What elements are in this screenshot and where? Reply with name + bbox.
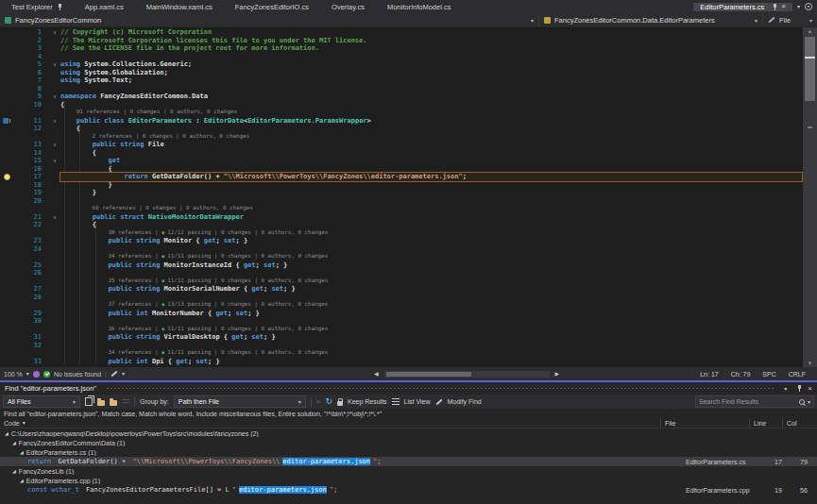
code-line[interactable]: 14 { <box>0 149 803 158</box>
group-by-dropdown[interactable]: Path then File ▾ <box>174 395 306 408</box>
codelens-row[interactable]: 36 references | ● 11/11 passing | 0 chan… <box>0 326 803 334</box>
tree-expand-icon[interactable]: ◢ <box>12 469 16 474</box>
find-group-row[interactable]: ◢C:\Users\zhaopengwang\Desktop\powertoys… <box>0 428 817 438</box>
search-input[interactable] <box>699 398 796 405</box>
fold-arrow-icon[interactable]: ∨ <box>49 28 60 37</box>
issues-status[interactable]: No issues found <box>54 371 101 378</box>
pin-icon[interactable] <box>796 385 802 392</box>
search-find-results-box[interactable]: ▾ <box>695 395 814 408</box>
code-line[interactable]: 32 <box>0 342 803 350</box>
code-line[interactable]: 25 public string MonitorInstanceId { get… <box>0 261 803 270</box>
code-line[interactable]: 5∨using System.Collections.Generic; <box>0 60 803 69</box>
modify-find-icon[interactable] <box>435 398 442 405</box>
chevron-down-icon[interactable]: ▾ <box>808 399 810 405</box>
tree-expand-icon[interactable]: ◢ <box>20 479 24 483</box>
find-result-row[interactable]: return GetDataFolder() + "\\Microsoft\\P… <box>0 457 817 466</box>
vertical-scrollbar[interactable]: ▲ ▼ <box>803 27 817 367</box>
code-line[interactable]: !11∨ public class EditorParameters : Edi… <box>0 117 803 126</box>
codelens-row[interactable]: 2 references | 0 changes | 0 authors, 0 … <box>0 133 803 142</box>
list-view-icon[interactable] <box>392 398 400 405</box>
code-line[interactable]: 1∨// Copyright (c) Microsoft Corporation <box>0 28 803 37</box>
tab-editorparameters-cs[interactable]: EditorParameters.cs × <box>693 3 792 11</box>
copy-icon[interactable] <box>85 397 93 406</box>
code-line[interactable]: 23 public string Monitor { get; set; } <box>0 237 803 245</box>
column-code[interactable]: Code ▾ <box>0 418 660 428</box>
lock-icon[interactable] <box>337 401 343 406</box>
chevron-down-icon[interactable]: ▾ <box>26 371 29 377</box>
codelens-row[interactable]: 38 references | ● 12/12 passing | 0 chan… <box>0 229 803 238</box>
modify-find-button[interactable]: Modify Find <box>448 398 482 405</box>
close-icon[interactable]: × <box>781 3 786 10</box>
code-line[interactable]: 29 public int MonitorNumber { get; set; … <box>0 310 803 318</box>
code-line[interactable]: 21∨ public struct NativeMonitorDataWrapp… <box>0 213 803 222</box>
code-line[interactable]: 22 { <box>0 221 803 229</box>
filter-icon[interactable] <box>122 399 129 405</box>
code-line[interactable]: 19 } <box>0 189 803 197</box>
codelens-text[interactable]: 34 references | <box>108 253 162 259</box>
codelens-row[interactable]: 60 references | 0 changes | 0 authors, 0… <box>0 205 803 213</box>
code-line[interactable]: 16 { <box>0 165 803 174</box>
code-line[interactable]: 24 <box>0 245 803 254</box>
fold-arrow-icon[interactable]: ∨ <box>49 141 60 149</box>
code-line[interactable]: 4 <box>0 53 803 61</box>
code-line[interactable]: 31 public string VirtualDesktop { get; s… <box>0 333 803 342</box>
tab-app-xaml-cs[interactable]: App.xaml.cs <box>74 0 135 13</box>
keep-results-button[interactable]: Keep Results <box>348 398 387 405</box>
close-icon[interactable]: × <box>808 385 812 393</box>
code-line[interactable]: 7using System.Text; <box>0 76 803 85</box>
codelens-text[interactable]: 11/11 passing | 0 changes | 0 authors, 0… <box>167 253 328 259</box>
codelens-row[interactable]: 34 references | ● 11/11 passing | 0 chan… <box>0 253 803 261</box>
codelens-text[interactable]: 11/11 passing | 0 changes | 0 authors, 0… <box>167 349 328 355</box>
codelens-text[interactable]: 37 references | <box>108 301 162 307</box>
fold-arrow-icon[interactable]: ∨ <box>49 157 60 165</box>
tab-overlay-cs[interactable]: Overlay.cs <box>320 0 376 13</box>
codelens-row[interactable]: 34 references | ● 11/11 passing | 0 chan… <box>0 349 803 358</box>
code-line[interactable]: 17 return GetDataFolder() + "\\Microsoft… <box>0 173 803 181</box>
gear-icon[interactable] <box>805 3 812 10</box>
purple-status-icon[interactable] <box>33 371 40 378</box>
codelens-text[interactable]: 11/11 passing | 0 changes | 0 authors, 0… <box>167 326 328 331</box>
tab-monitorinfomodel-cs[interactable]: MonitorInfoModel.cs <box>376 0 463 13</box>
fold-arrow-icon[interactable]: ∨ <box>49 60 60 69</box>
eol-indicator[interactable]: CRLF <box>789 371 806 378</box>
tab-mainwindow-xaml-cs[interactable]: MainWindow.xaml.cs <box>135 0 224 13</box>
codelens-text[interactable]: 60 references | 0 changes | 0 authors, 0… <box>93 205 253 210</box>
codelens-text[interactable]: 34 references | <box>108 349 162 355</box>
fold-arrow-icon[interactable]: ∨ <box>49 213 60 222</box>
codelens-text[interactable]: 13/13 passing | 0 changes | 0 authors, 0… <box>167 301 328 307</box>
code-line[interactable]: 10{ <box>0 101 803 109</box>
codelens-row[interactable]: 37 references | ● 13/13 passing | 0 chan… <box>0 301 803 310</box>
column-file[interactable]: File <box>660 418 749 428</box>
find-group-row[interactable]: ◢FancyZonesLib (1) <box>0 466 817 476</box>
scroll-up-icon[interactable]: ▲ <box>803 27 817 35</box>
code-line[interactable]: 2// The Microsoft Corporation licenses t… <box>0 37 803 45</box>
scrollbar-thumb[interactable] <box>386 372 471 377</box>
list-view-button[interactable]: List View <box>404 398 431 405</box>
clear-results-icon[interactable]: × <box>316 398 321 406</box>
code-line[interactable]: 33 public int Dpi { get; set; } <box>0 358 803 366</box>
member-dropdown[interactable]: File ▾ <box>763 13 817 26</box>
find-group-row[interactable]: ◢EditorParameters.cs (1) <box>0 447 817 457</box>
chevron-down-icon[interactable]: ▾ <box>122 371 125 377</box>
health-check-icon[interactable] <box>43 371 50 378</box>
code-line[interactable]: 15∨ get <box>0 157 803 165</box>
codelens-text[interactable]: 35 references | <box>108 277 162 283</box>
window-menu-icon[interactable]: ▾ <box>784 386 787 392</box>
tree-expand-icon[interactable]: ◢ <box>20 450 24 455</box>
refresh-icon[interactable]: ↻ <box>325 397 332 406</box>
codelens-text[interactable]: 12/12 passing | 0 changes | 0 authors, 0… <box>167 229 328 235</box>
scrollbar-thumb[interactable] <box>805 37 815 101</box>
pin-icon[interactable] <box>772 4 777 10</box>
code-line[interactable]: 30 <box>0 317 803 326</box>
search-icon[interactable] <box>799 399 805 405</box>
scroll-left-icon[interactable]: ◀ <box>374 371 379 377</box>
codelens-text[interactable]: 91 references | 0 changes | 0 authors, 0… <box>77 109 237 114</box>
code-line[interactable]: 26 <box>0 269 803 277</box>
column-line[interactable]: Line <box>749 418 782 428</box>
codelens-text[interactable]: 36 references | <box>108 326 162 331</box>
codelens-text[interactable]: 11/11 passing | 0 changes | 0 authors, 0… <box>167 277 328 283</box>
code-line[interactable]: 28 <box>0 294 803 302</box>
project-dropdown[interactable]: FancyZonesEditorCommon ▾ <box>0 13 539 26</box>
code-line[interactable]: 18 } <box>0 181 803 190</box>
tree-expand-icon[interactable]: ◢ <box>5 431 9 436</box>
